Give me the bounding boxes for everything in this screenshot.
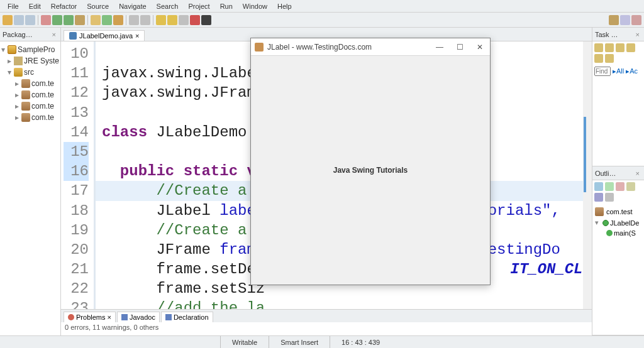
perspective-java-icon[interactable] [620, 15, 630, 25]
change-marker [584, 117, 586, 192]
outline-method[interactable]: main(S [595, 228, 641, 238]
external-tools-icon[interactable] [75, 15, 85, 25]
menu-edit[interactable]: Edit [24, 1, 46, 11]
package-icon [21, 79, 30, 88]
menu-run[interactable]: Run [215, 1, 238, 11]
toolbar-icon[interactable] [179, 15, 189, 25]
separator [87, 15, 88, 25]
new-class-icon[interactable] [102, 15, 112, 25]
status-writable: Writable [220, 336, 269, 348]
separator [126, 15, 126, 25]
stop-icon[interactable] [190, 15, 200, 25]
menu-file[interactable]: File [3, 1, 24, 11]
tab-problems[interactable]: Problems× [64, 312, 116, 322]
right-panel: Task … × ▸All ▸Ac Outli… × [592, 28, 644, 335]
status-bar: Writable Smart Insert 16 : 43 : 439 [0, 335, 644, 348]
editor-tab-label: JLabelDemo.java [79, 32, 133, 40]
task-sync-icon[interactable] [626, 43, 635, 52]
tab-declaration[interactable]: Declaration [161, 312, 213, 322]
menu-navigate[interactable]: Navigate [114, 1, 151, 11]
annotate-icon[interactable] [140, 15, 150, 25]
src-folder-node[interactable]: ▾src [1, 67, 59, 78]
find-input[interactable] [594, 67, 611, 76]
debug-icon[interactable] [41, 15, 51, 25]
search-icon[interactable] [129, 15, 139, 25]
menu-source[interactable]: Source [82, 1, 114, 11]
java-app-window[interactable]: JLabel - www.TestingDocs.com — ☐ ✕ Java … [250, 38, 491, 285]
task-list-title: Task … [595, 31, 634, 38]
jre-node[interactable]: ▸JRE Syste [1, 55, 59, 67]
hide-static-icon[interactable] [616, 182, 625, 191]
hide-nonpublic-icon[interactable] [626, 182, 635, 191]
status-cursor-position: 16 : 43 : 439 [330, 336, 391, 348]
outline-package[interactable]: com.test [595, 206, 641, 217]
menu-bar: File Edit Refactor Source Navigate Searc… [0, 0, 644, 13]
task-query-icon[interactable] [605, 43, 614, 52]
project-icon [8, 45, 16, 54]
package-explorer-panel: Packag… × ▾SamplePro ▸JRE Syste ▾src ▸co… [0, 28, 61, 335]
maximize-icon[interactable]: ☐ [453, 43, 466, 52]
close-icon[interactable]: × [634, 170, 641, 177]
task-category-icon[interactable] [616, 43, 625, 52]
sort-icon[interactable] [594, 182, 603, 191]
java-window-body: Java Swing Tutorials [251, 56, 490, 285]
perspective-icon[interactable] [609, 15, 619, 25]
find-all-link[interactable]: ▸All [613, 67, 624, 75]
bottom-panel: Problems× Javadoc Declaration 0 errors, … [61, 309, 592, 335]
line-gutter: 1011121314 151617181920212223 [61, 41, 96, 309]
task-toolbar [592, 41, 644, 65]
new-icon[interactable] [3, 15, 13, 25]
package-node[interactable]: ▸com.te [1, 89, 59, 101]
close-icon[interactable]: ✕ [474, 43, 486, 52]
package-node[interactable]: ▸com.te [1, 78, 59, 89]
outline-class[interactable]: ▾JLabelDe [595, 217, 641, 228]
focus-icon[interactable] [605, 193, 614, 202]
package-node[interactable]: ▸com.te [1, 101, 59, 112]
save-icon[interactable] [14, 15, 24, 25]
close-icon[interactable]: × [107, 313, 111, 321]
perspective-debug-icon[interactable] [631, 15, 641, 25]
new-package-icon[interactable] [91, 15, 101, 25]
menu-help[interactable]: Help [272, 1, 297, 11]
java-cup-icon [255, 43, 264, 52]
java-window-titlebar[interactable]: JLabel - www.TestingDocs.com — ☐ ✕ [251, 38, 490, 56]
tab-javadoc[interactable]: Javadoc [117, 312, 160, 322]
package-icon [21, 102, 30, 111]
close-icon[interactable]: × [634, 31, 641, 38]
task-focus-icon[interactable] [605, 54, 614, 63]
minimize-icon[interactable]: — [433, 43, 446, 52]
java-window-title: JLabel - www.TestingDocs.com [267, 43, 433, 52]
package-node[interactable]: ▸com.te [1, 112, 59, 123]
separator [153, 15, 153, 25]
toolbar-icon[interactable] [201, 15, 211, 25]
task-new-icon[interactable] [594, 43, 603, 52]
menu-refactor[interactable]: Refactor [46, 1, 82, 11]
problems-icon [68, 314, 74, 320]
overview-ruler[interactable] [583, 41, 592, 309]
menu-search[interactable]: Search [152, 1, 184, 11]
save-all-icon[interactable] [25, 15, 35, 25]
hide-local-icon[interactable] [594, 193, 603, 202]
back-icon[interactable] [156, 15, 166, 25]
library-icon [14, 57, 23, 65]
hide-fields-icon[interactable] [605, 182, 614, 191]
project-node[interactable]: ▾SamplePro [1, 44, 59, 55]
task-collapse-icon[interactable] [594, 54, 603, 63]
find-activate-link[interactable]: ▸Ac [626, 67, 638, 75]
package-icon [21, 113, 30, 122]
close-icon[interactable]: × [50, 31, 58, 38]
declaration-icon [165, 314, 172, 320]
close-icon[interactable]: × [135, 32, 139, 40]
menu-window[interactable]: Window [238, 1, 272, 11]
outline-toolbar [592, 180, 644, 204]
coverage-icon[interactable] [64, 15, 74, 25]
package-explorer-title: Packag… [3, 31, 50, 38]
source-folder-icon [14, 68, 23, 77]
menu-project[interactable]: Project [183, 1, 214, 11]
run-icon[interactable] [52, 15, 62, 25]
open-type-icon[interactable] [113, 15, 123, 25]
editor-tab-jlabeldemo[interactable]: JLabelDemo.java × [64, 30, 145, 41]
outline-title: Outli… [595, 170, 634, 177]
forward-icon[interactable] [167, 15, 177, 25]
status-insert-mode: Smart Insert [269, 336, 330, 348]
